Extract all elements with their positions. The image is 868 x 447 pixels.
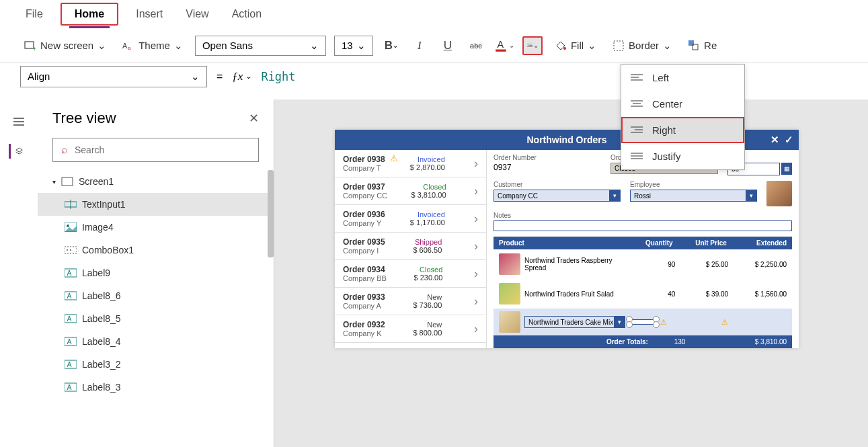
svg-point-9 — [563, 47, 566, 50]
tree-item-label8-3[interactable]: Label8_3 — [38, 376, 274, 399]
label-icon — [65, 314, 77, 323]
order-item[interactable]: Order 0933Company A New$ 736.00 › — [335, 288, 486, 315]
chevron-down-icon: ⌄ — [310, 40, 319, 52]
close-icon[interactable]: ✕ — [249, 111, 259, 126]
notes-input[interactable] — [494, 220, 792, 231]
col-product: Product — [499, 239, 631, 247]
align-right-label: Right — [652, 124, 676, 136]
theme-icon: Aa — [122, 40, 134, 52]
label-icon — [65, 360, 77, 369]
order-item[interactable]: Order 0936Company Y Invoiced$ 1,170.00 › — [335, 205, 486, 233]
hamburger-icon[interactable] — [11, 114, 26, 129]
menu-home[interactable]: Home — [69, 1, 110, 28]
tree-item-label: TextInput1 — [82, 199, 126, 210]
align-center-option[interactable]: Center — [621, 91, 744, 117]
tree-item-label: Label8_3 — [82, 382, 121, 393]
align-left-option[interactable]: Left — [621, 65, 744, 91]
chevron-right-icon: › — [474, 184, 478, 198]
layers-icon[interactable] — [9, 144, 24, 159]
canvas[interactable]: Northwind Orders ✕ ✓ Order 0938Company T… — [274, 99, 868, 447]
strikethrough-button[interactable]: abc — [466, 36, 486, 55]
italic-button[interactable]: I — [409, 36, 430, 55]
customer-select[interactable]: Company CC▾ — [494, 190, 621, 202]
underline-button[interactable]: U — [438, 36, 458, 55]
scrollbar[interactable] — [268, 170, 274, 257]
font-color-button[interactable]: A⌄ — [494, 36, 514, 55]
theme-button[interactable]: Aa Theme ⌄ — [118, 37, 187, 54]
tree-item-label: Label8_6 — [82, 290, 121, 301]
align-button[interactable]: ⌄ — [522, 36, 543, 55]
notes-label: Notes — [494, 212, 792, 219]
reorder-button[interactable]: Re — [684, 37, 721, 54]
collapse-icon[interactable]: ▾ — [52, 178, 56, 186]
tree-root-label: Screen1 — [79, 176, 114, 187]
align-left-label: Left — [652, 72, 669, 83]
product-row[interactable]: Northwind Traders Raspberry Spread90$ 25… — [494, 249, 792, 279]
chevron-right-icon: › — [474, 157, 478, 171]
equals-sign: = — [216, 71, 223, 83]
textinput-icon — [65, 200, 77, 209]
totals-ext: $ 3,810.00 — [734, 338, 787, 346]
screen-icon: + — [24, 40, 36, 52]
tree-item-label8-6[interactable]: Label8_6 — [38, 284, 274, 307]
cancel-icon[interactable]: ✕ — [771, 134, 779, 146]
tree-item-label9[interactable]: Label9 — [38, 261, 274, 284]
order-item[interactable]: Order 0938Company T ⚠ Invoiced$ 2,870.00… — [335, 150, 486, 177]
new-product-row[interactable]: Northwind Traders Cake Mix▾ ⚠ ⚠ — [494, 309, 792, 335]
font-size-select[interactable]: 13 ⌄ — [334, 36, 373, 56]
svg-point-22 — [67, 249, 68, 251]
tree-item-label3-2[interactable]: Label3_2 — [38, 353, 274, 376]
totals-label: Order Totals: — [499, 338, 648, 346]
menu-insert[interactable]: Insert — [130, 1, 168, 27]
menu-action[interactable]: Action — [227, 1, 267, 27]
font-name-select[interactable]: Open Sans ⌄ — [195, 36, 326, 56]
font-size-value: 13 — [342, 40, 353, 51]
svg-text:+: + — [33, 46, 36, 52]
employee-select[interactable]: Rossi▾ — [630, 190, 757, 202]
svg-rect-10 — [614, 41, 623, 50]
svg-rect-5 — [496, 49, 506, 51]
property-select[interactable]: Align ⌄ — [20, 66, 207, 87]
calendar-icon[interactable]: ▦ — [781, 163, 792, 175]
tree-item-textinput1[interactable]: TextInput1 — [38, 193, 274, 216]
align-justify-option[interactable]: Justify — [621, 143, 744, 169]
align-center-label: Center — [652, 98, 682, 110]
order-item[interactable]: Order 0937Company CC Closed$ 3,810.00 › — [335, 177, 486, 205]
order-item[interactable]: Order 0932Company K New$ 800.00 › — [335, 315, 486, 343]
image-icon — [65, 222, 77, 232]
search-input[interactable] — [75, 145, 250, 155]
order-item[interactable]: Order 0935Company I Shipped$ 606.50 › — [335, 233, 486, 260]
tree-root[interactable]: ▾ Screen1 — [38, 170, 274, 193]
quantity-input-selected[interactable] — [629, 319, 656, 325]
order-item[interactable]: Order 0934Company BB Closed$ 230.00 › — [335, 260, 486, 288]
app-header-icons: ✕ ✓ — [771, 134, 793, 146]
menu-file[interactable]: File — [20, 1, 48, 27]
align-left-icon — [631, 73, 643, 83]
tree-item-label: Label8_4 — [82, 336, 121, 347]
employee-label: Employee — [630, 181, 757, 188]
fill-button[interactable]: Fill ⌄ — [551, 37, 600, 54]
confirm-icon[interactable]: ✓ — [785, 134, 793, 146]
new-product-select[interactable]: Northwind Traders Cake Mix▾ — [524, 316, 625, 328]
border-button[interactable]: Border ⌄ — [608, 37, 676, 54]
bold-button[interactable]: B⌄ — [381, 36, 401, 55]
tree-item-label: Label8_5 — [82, 313, 121, 324]
formula-value[interactable]: Right — [261, 70, 295, 83]
tree-item-combobox1[interactable]: ComboBox1 — [38, 239, 274, 261]
menu-view[interactable]: View — [180, 1, 214, 27]
app-body: Order 0938Company T ⚠ Invoiced$ 2,870.00… — [335, 150, 799, 348]
order-number-label: Order Number — [494, 154, 601, 161]
tree-item-label: Label3_2 — [82, 359, 121, 370]
tree-item-label8-4[interactable]: Label8_4 — [38, 330, 274, 353]
border-icon — [613, 40, 625, 52]
svg-point-20 — [67, 225, 69, 227]
warning-icon: ⚠ — [721, 318, 728, 327]
fx-button[interactable]: ƒx ⌄ — [232, 70, 251, 83]
tree-item-image4[interactable]: Image4 — [38, 216, 274, 239]
new-screen-button[interactable]: + New screen ⌄ — [20, 37, 110, 54]
align-right-option[interactable]: Right — [621, 117, 744, 143]
tree-item-label8-5[interactable]: Label8_5 — [38, 307, 274, 330]
tree-search[interactable]: ⌕ — [52, 138, 259, 162]
align-center-icon — [631, 99, 643, 109]
product-row[interactable]: Northwind Traders Fruit Salad40$ 39.00$ … — [494, 279, 792, 309]
